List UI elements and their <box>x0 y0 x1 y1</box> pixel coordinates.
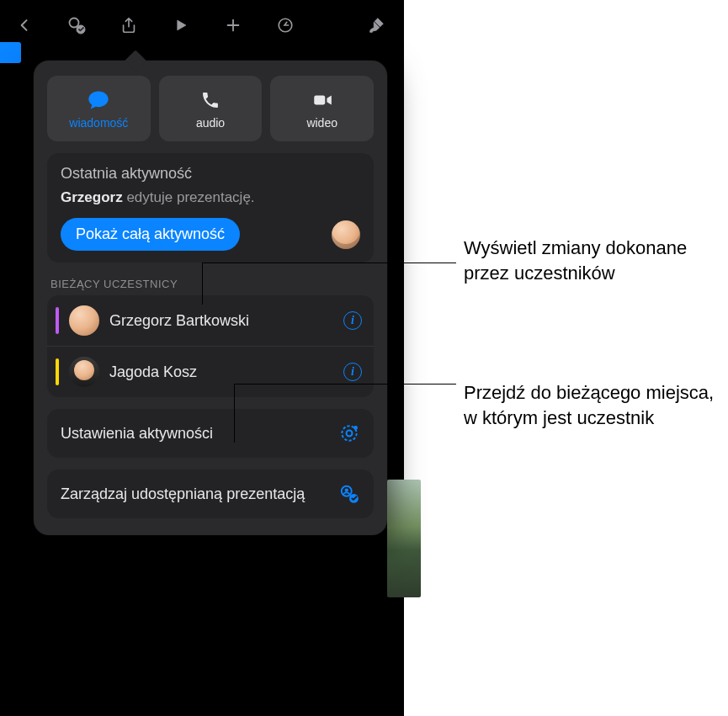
participant-row[interactable]: Grzegorz Bartkowski i <box>47 295 374 346</box>
collaboration-popover: wiadomość audio wideo Ostatnia aktywność <box>34 61 387 535</box>
participant-name: Grzegorz Bartkowski <box>109 312 333 330</box>
callout-leader-line <box>234 384 456 385</box>
participant-color-indicator <box>56 358 59 385</box>
activity-settings-row[interactable]: Ustawienia aktywności <box>47 409 374 458</box>
message-icon <box>86 88 111 113</box>
contact-method-row: wiadomość audio wideo <box>47 76 374 141</box>
app-background: wiadomość audio wideo Ostatnia aktywność <box>0 0 404 716</box>
manage-share-label: Zarządzaj udostępnianą prezentacją <box>61 485 328 504</box>
recent-activity-card: Ostatnia aktywność Grzegorz edytuje prez… <box>47 153 374 263</box>
slide-thumbnail-fragment <box>387 480 421 597</box>
audio-button[interactable]: audio <box>159 76 263 141</box>
participants-list: Grzegorz Bartkowski i Jagoda Kosz i <box>47 295 374 397</box>
callout-text: Wyświetl zmiany dokonane przez uczestnik… <box>464 236 725 285</box>
callout-leader-line <box>202 263 456 263</box>
show-all-activity-button[interactable]: Pokaż całą aktywność <box>61 218 240 251</box>
video-icon <box>310 88 335 113</box>
undo-icon[interactable] <box>274 14 296 36</box>
avatar <box>69 357 99 387</box>
audio-label: audio <box>196 116 225 130</box>
activity-settings-label: Ustawienia aktywności <box>61 424 328 443</box>
participant-name: Jagoda Kosz <box>109 363 333 381</box>
play-icon[interactable] <box>170 14 192 36</box>
message-label: wiadomość <box>69 116 128 130</box>
activity-gear-icon <box>338 422 360 444</box>
recent-activity-heading: Ostatnia aktywność <box>61 165 360 183</box>
recent-activity-text: Grzegorz edytuje prezentację. <box>61 189 360 206</box>
svg-point-8 <box>345 489 348 492</box>
slide-selection-indicator <box>0 42 21 63</box>
phone-icon <box>198 88 223 113</box>
activity-action: edytuje prezentację. <box>123 189 255 205</box>
participants-heading: BIEŻĄCY UCZESTNICY <box>50 278 370 290</box>
callout-text: Przejdź do bieżącego miejsca, w którym j… <box>464 380 725 430</box>
video-label: wideo <box>306 116 337 130</box>
back-icon[interactable] <box>13 14 35 36</box>
info-icon[interactable]: i <box>343 363 362 381</box>
add-icon[interactable] <box>222 14 244 36</box>
callout-leader-line <box>234 384 235 443</box>
format-brush-icon[interactable] <box>365 14 387 36</box>
svg-point-5 <box>347 431 353 437</box>
message-button[interactable]: wiadomość <box>47 76 151 141</box>
callout-leader-line <box>202 263 203 305</box>
video-button[interactable]: wideo <box>270 76 374 141</box>
info-icon[interactable]: i <box>343 311 362 330</box>
participant-color-indicator <box>56 307 59 334</box>
participant-row[interactable]: Jagoda Kosz i <box>47 346 374 397</box>
svg-point-6 <box>353 426 358 430</box>
share-people-icon <box>338 483 360 505</box>
activity-actor: Grzegorz <box>61 189 123 205</box>
manage-share-row[interactable]: Zarządzaj udostępnianą prezentacją <box>47 469 374 518</box>
toolbar <box>0 8 404 42</box>
svg-point-0 <box>70 19 79 28</box>
svg-rect-3 <box>314 96 325 105</box>
share-icon[interactable] <box>118 14 140 36</box>
avatar <box>69 305 99 336</box>
activity-avatar <box>332 220 360 249</box>
collaborate-icon[interactable] <box>66 14 88 36</box>
